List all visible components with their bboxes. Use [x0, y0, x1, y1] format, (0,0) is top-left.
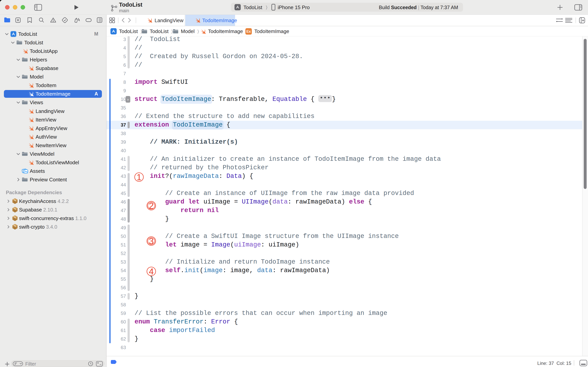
svg-text:2: 2 — [149, 201, 154, 211]
svg-text:3: 3 — [149, 236, 154, 246]
svg-text:4: 4 — [149, 267, 154, 276]
svg-text:1: 1 — [136, 172, 141, 182]
